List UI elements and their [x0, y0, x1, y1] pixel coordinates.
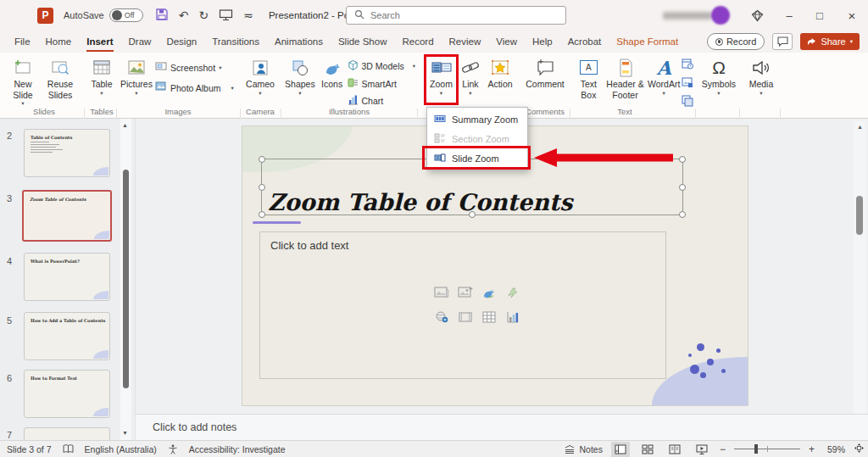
symbols-button[interactable]: Ω Symbols ▾ — [698, 54, 739, 96]
slide-number: 4 — [7, 256, 12, 266]
screenshot-button[interactable]: Screenshot ▾ — [155, 61, 234, 74]
tab-transitions[interactable]: Transitions — [204, 31, 267, 53]
tab-acrobat[interactable]: Acrobat — [560, 31, 609, 53]
insert-icons-icon[interactable] — [477, 280, 501, 304]
save-icon[interactable] — [155, 8, 169, 23]
normal-view-button[interactable] — [611, 442, 630, 457]
present-online-icon[interactable] — [748, 7, 766, 24]
date-time-icon[interactable] — [682, 58, 693, 71]
zoom-slider[interactable] — [734, 449, 800, 449]
resize-handle-middle-left[interactable] — [259, 184, 265, 191]
3d-models-button[interactable]: 3D Models ▾ — [348, 59, 415, 73]
fit-slide-to-window-button[interactable] — [854, 443, 865, 455]
thumbnail-slide-4[interactable]: What is PowerPoint? — [24, 253, 110, 301]
shapes-button[interactable]: Shapes ▾ — [283, 54, 317, 96]
notes-toggle-button[interactable]: Notes — [564, 444, 603, 454]
insert-smartart-icon[interactable] — [501, 280, 525, 304]
tab-view[interactable]: View — [488, 31, 525, 53]
autosave-toggle[interactable]: Off — [109, 8, 143, 22]
resize-handle-top-right[interactable] — [679, 156, 686, 163]
table-button[interactable]: Table ▾ — [86, 54, 118, 96]
stock-images-icon[interactable] — [430, 280, 453, 304]
thumbnail-slide-3-selected[interactable]: Zoom Table of Contents — [22, 190, 112, 242]
resize-handle-middle-right[interactable] — [679, 184, 686, 191]
accessibility-status[interactable]: Accessibility: Investigate — [189, 444, 286, 454]
zoom-in-button[interactable]: + — [809, 443, 815, 455]
media-button[interactable]: Media ▾ — [743, 54, 780, 96]
text-box-button[interactable]: A Text Box — [573, 54, 604, 100]
comments-button[interactable] — [772, 33, 793, 50]
zoom-slider-thumb[interactable] — [754, 444, 758, 454]
resize-handle-bottom-left[interactable] — [259, 211, 265, 218]
slide-number-icon[interactable] — [682, 76, 693, 90]
tab-design[interactable]: Design — [159, 31, 204, 53]
thumbnail-slide-6[interactable]: How to Format Text — [24, 370, 110, 418]
undo-icon[interactable]: ↶ — [179, 9, 189, 21]
tab-review[interactable]: Review — [442, 31, 489, 53]
scroll-up-icon[interactable]: ▲ — [122, 122, 128, 128]
insert-picture-icon[interactable] — [453, 280, 477, 304]
wordart-button[interactable]: A WordArt ▾ — [646, 54, 682, 96]
share-button[interactable]: Share ▾ — [800, 33, 860, 50]
tab-shape-format[interactable]: Shape Format — [609, 31, 686, 53]
comment-button[interactable]: Comment — [522, 54, 568, 90]
reading-view-button[interactable] — [665, 442, 684, 457]
restore-button[interactable]: □ — [810, 7, 829, 24]
tab-home[interactable]: Home — [38, 31, 80, 53]
tab-record[interactable]: Record — [394, 31, 441, 53]
tab-insert[interactable]: Insert — [79, 31, 120, 53]
minimize-button[interactable]: – — [780, 7, 798, 24]
notes-pane[interactable]: Click to add notes — [136, 414, 868, 440]
scroll-down-icon[interactable]: ▼ — [122, 430, 128, 436]
action-button[interactable]: Action — [484, 54, 516, 90]
language-indicator[interactable]: English (Australia) — [85, 444, 157, 454]
new-slide-button[interactable]: New Slide ▾ — [5, 54, 41, 107]
scroll-up-icon[interactable]: ▲ — [857, 124, 863, 130]
zoom-level-indicator[interactable]: 59% — [823, 444, 845, 454]
slideshow-view-button[interactable] — [693, 442, 711, 457]
icons-button[interactable]: Icons — [317, 54, 348, 90]
insert-3d-model-icon[interactable] — [430, 304, 453, 329]
photo-album-button[interactable]: Photo Album ▾ — [155, 81, 234, 94]
thumbnail-slide-2[interactable]: Table of Contents — [24, 129, 110, 177]
resize-handle-bottom-right[interactable] — [679, 211, 686, 218]
pictures-label: Pictures — [120, 79, 153, 90]
link-button[interactable]: Link ▾ — [457, 54, 484, 96]
header-footer-button[interactable]: Header & Footer — [604, 54, 647, 100]
close-button[interactable]: × — [843, 7, 861, 24]
cameo-button[interactable]: Cameo ▾ — [242, 54, 279, 96]
avatar[interactable] — [711, 6, 730, 25]
record-button[interactable]: Record — [707, 33, 765, 50]
customize-toolbar-icon[interactable]: ≂ — [243, 9, 253, 21]
tab-slide-show[interactable]: Slide Show — [331, 31, 395, 53]
tab-help[interactable]: Help — [525, 31, 560, 53]
smartart-button[interactable]: SmartArt — [348, 77, 415, 90]
insert-chart-icon[interactable] — [501, 304, 525, 329]
resize-handle-top-left[interactable] — [259, 156, 265, 163]
thumbnail-scrollbar[interactable]: ▲ ▼ — [120, 119, 131, 440]
pictures-button[interactable]: Pictures ▾ — [118, 54, 155, 96]
scrollbar-thumb[interactable] — [856, 196, 863, 235]
tab-file[interactable]: File — [7, 31, 38, 53]
canvas-scrollbar[interactable]: ▲ ▲ ▼ — [854, 121, 866, 440]
chart-button[interactable]: Chart — [348, 94, 415, 107]
reuse-slides-button[interactable]: Reuse Slides — [41, 54, 80, 100]
insert-table-icon[interactable] — [477, 304, 501, 329]
tab-draw[interactable]: Draw — [121, 31, 159, 53]
slide-indicator[interactable]: Slide 3 of 7 — [7, 444, 52, 454]
present-icon[interactable] — [219, 8, 233, 23]
thumbnail-slide-7[interactable] — [24, 427, 110, 440]
insert-object-icon[interactable] — [682, 95, 693, 109]
slide-title-text[interactable]: Zoom Table of Contents — [268, 189, 573, 215]
scrollbar-thumb[interactable] — [123, 170, 129, 388]
spellcheck-icon[interactable] — [63, 444, 74, 454]
zoom-out-button[interactable]: − — [720, 443, 726, 455]
search-input[interactable]: Search — [346, 6, 566, 25]
insert-video-icon[interactable] — [453, 304, 477, 329]
tab-animations[interactable]: Animations — [267, 31, 331, 53]
slide-sorter-view-button[interactable] — [638, 442, 657, 457]
thumbnail-slide-5[interactable]: How to Add a Table of Contents — [24, 312, 110, 360]
menu-item-summary-zoom[interactable]: Summary Zoom — [427, 109, 527, 129]
content-placeholder[interactable]: Click to add text — [259, 231, 666, 379]
redo-icon[interactable]: ↻ — [198, 9, 209, 21]
